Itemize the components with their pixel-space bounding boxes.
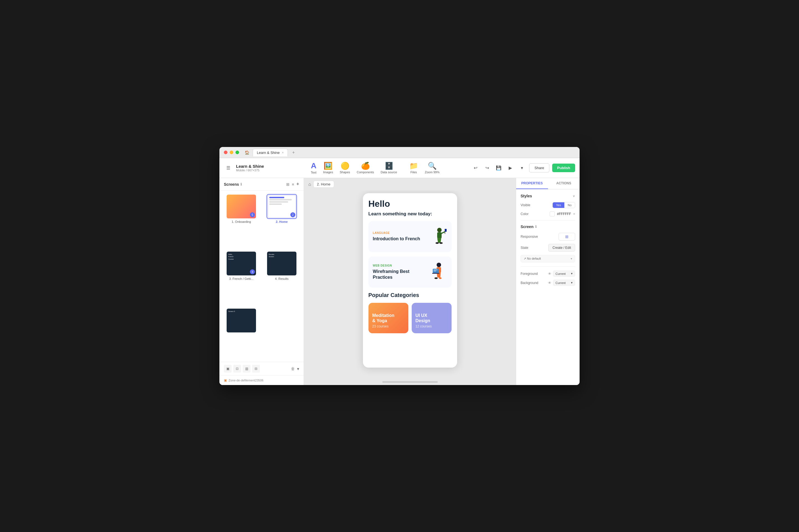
publish-button[interactable]: Publish	[552, 164, 575, 172]
svg-rect-7	[447, 229, 447, 232]
background-dropdown-icon: ▾	[571, 281, 573, 285]
redo-button[interactable]: ↪	[483, 164, 491, 172]
color-value: #FFFFFF	[557, 212, 571, 216]
main-area: Screens ℹ ⊞ ≡ + 5 1. Onboarding	[219, 178, 580, 385]
background-row: Background 👁 Current ▾	[521, 280, 575, 286]
toolbar: ☰ Learn & Shine Mobile / 667×375 A Text …	[219, 158, 580, 178]
screen-item-4[interactable]: ResultsScreen 4. Results	[263, 251, 300, 305]
background-eye-icon[interactable]: 👁	[548, 281, 551, 285]
course-illustration-language	[425, 226, 447, 248]
course-tag-webdesign: WEB DESIGN	[373, 264, 422, 267]
course-title-language: Introduction to French	[373, 236, 422, 242]
screen-thumb-3: Hello,FrenchCourse 4	[226, 251, 257, 276]
tab-label: Learn & Shine	[257, 151, 279, 155]
layer-icon-4[interactable]: ⊟	[252, 365, 260, 373]
tab-properties[interactable]: PROPERTIES	[516, 178, 548, 189]
course-card-webdesign[interactable]: WEB DESIGN Wireframing Best Practices	[368, 256, 452, 288]
titlebar: 🏠 Learn & Shine × +	[219, 147, 580, 158]
scroll-zone-bar: ▣ Zone-de-defilement23506	[219, 375, 304, 385]
color-row: Color #FFFFFF ×	[521, 211, 575, 216]
no-default-row[interactable]: ↗ No default ▾	[521, 255, 575, 262]
screen-label-2: 2. Home	[276, 220, 288, 223]
color-clear-icon[interactable]: ×	[573, 212, 575, 216]
more-options-icon[interactable]: ▾	[297, 366, 299, 372]
minimize-button[interactable]	[230, 151, 233, 154]
thumb-home-lines	[269, 197, 294, 205]
foreground-label: Foreground	[521, 272, 541, 276]
undo-button[interactable]: ↩	[471, 164, 480, 172]
thumb-french-text: Hello,FrenchCourse	[228, 253, 255, 261]
screen-title: Screen	[521, 225, 533, 229]
category-card-uiux[interactable]: UI UXDesign 12 courses	[412, 303, 452, 333]
panel-tabs: PROPERTIES ACTIONS	[516, 178, 580, 189]
tab-learn-shine[interactable]: Learn & Shine ×	[253, 149, 288, 156]
screen-item-5[interactable]: Screen 5	[223, 308, 260, 358]
color-control: #FFFFFF ×	[550, 211, 575, 216]
background-control: 👁 Current ▾	[541, 280, 575, 286]
screen-item-3[interactable]: Hello,FrenchCourse 4 3. French / Getti..…	[223, 251, 260, 305]
text-tool[interactable]: A Text	[311, 162, 316, 174]
add-screen-icon[interactable]: +	[296, 181, 299, 187]
hamburger-icon: ☰	[226, 165, 230, 171]
bottom-icons: ▣ ⊡ ▥ ⊟	[224, 365, 260, 373]
responsive-label: Responsive	[521, 235, 538, 239]
phone-frame: Hello Learn something new today: LANGUAG…	[363, 193, 457, 367]
visible-no[interactable]: No	[564, 202, 575, 208]
state-create-edit-button[interactable]: Create / Edit	[548, 244, 575, 252]
screen-item-1[interactable]: 5 1. Onboarding	[223, 194, 260, 248]
play-button[interactable]: ▶	[506, 164, 515, 172]
breadcrumb-home-icon[interactable]: ⌂	[308, 182, 311, 187]
list-view-icon[interactable]: ≡	[292, 182, 294, 187]
images-tool[interactable]: 🖼️ Images	[323, 162, 333, 174]
app-name: Learn & Shine	[236, 164, 264, 169]
datasource-label: Data source	[381, 171, 397, 174]
visible-yes[interactable]: Yes	[553, 202, 564, 208]
home-icon[interactable]: 🏠	[244, 150, 249, 155]
share-button[interactable]: Share	[529, 163, 549, 172]
tab-add-button[interactable]: +	[292, 150, 295, 155]
delete-icon[interactable]: 🗑	[291, 366, 295, 371]
foreground-row: Foreground 👁 Current ▾	[521, 270, 575, 277]
app-window: 🏠 Learn & Shine × + ☰ Learn & Shine Mobi…	[219, 147, 580, 385]
files-tool[interactable]: 📁 Files	[409, 162, 418, 174]
category-name-uiux: UI UXDesign	[416, 313, 448, 323]
images-label: Images	[323, 171, 333, 174]
screen-label-4: 4. Results	[275, 277, 289, 280]
foreground-eye-icon[interactable]: 👁	[548, 272, 551, 276]
screens-info-icon: ℹ	[240, 183, 242, 186]
tab-actions[interactable]: ACTIONS	[548, 178, 580, 189]
foreground-value: Current	[556, 272, 566, 276]
canvas-scroll[interactable]: Hello Learn something new today: LANGUAG…	[304, 190, 516, 379]
canvas-scrollbar[interactable]	[382, 381, 438, 383]
category-card-meditation[interactable]: Meditation& Yoga 23 courses	[368, 303, 408, 333]
layer-icon-3[interactable]: ▥	[243, 365, 251, 373]
grid-view-icon[interactable]: ⊞	[286, 182, 290, 187]
layer-icon-2[interactable]: ⊡	[233, 365, 241, 373]
responsive-row: Responsive ⊞	[521, 233, 575, 241]
svg-rect-14	[438, 272, 441, 278]
datasource-tool[interactable]: 🗄️ Data source	[381, 162, 397, 174]
breadcrumb-home-item[interactable]: 2. Home	[313, 181, 334, 188]
close-button[interactable]	[224, 151, 228, 154]
color-swatch[interactable]	[550, 211, 555, 216]
phone-content: Hello Learn something new today: LANGUAG…	[368, 199, 452, 333]
divider-2	[521, 266, 575, 267]
styles-collapse-icon[interactable]: ∨	[573, 194, 575, 198]
responsive-control[interactable]: ⊞	[559, 233, 575, 241]
foreground-select[interactable]: Current ▾	[553, 270, 575, 277]
zoom-tool[interactable]: 🔍 Zoom 99%	[425, 162, 439, 174]
menu-button[interactable]: ☰	[224, 164, 233, 172]
save-button[interactable]: 💾	[494, 164, 503, 172]
visible-toggle[interactable]: Yes No	[552, 202, 575, 208]
play-dropdown-button[interactable]: ▾	[517, 164, 526, 172]
fullscreen-button[interactable]	[235, 151, 239, 154]
layer-icon-1[interactable]: ▣	[224, 365, 232, 373]
screen-item-2[interactable]: 2 2. Home	[263, 194, 300, 248]
shapes-tool[interactable]: 🟡 Shapes	[340, 162, 350, 174]
components-tool[interactable]: 🍊 Components	[357, 162, 374, 174]
svg-rect-6	[445, 229, 447, 232]
components-label: Components	[357, 171, 374, 174]
background-select[interactable]: Current ▾	[553, 280, 575, 286]
tab-close-icon[interactable]: ×	[282, 151, 284, 154]
course-card-language[interactable]: LANGUAGE Introduction to French	[368, 221, 452, 252]
